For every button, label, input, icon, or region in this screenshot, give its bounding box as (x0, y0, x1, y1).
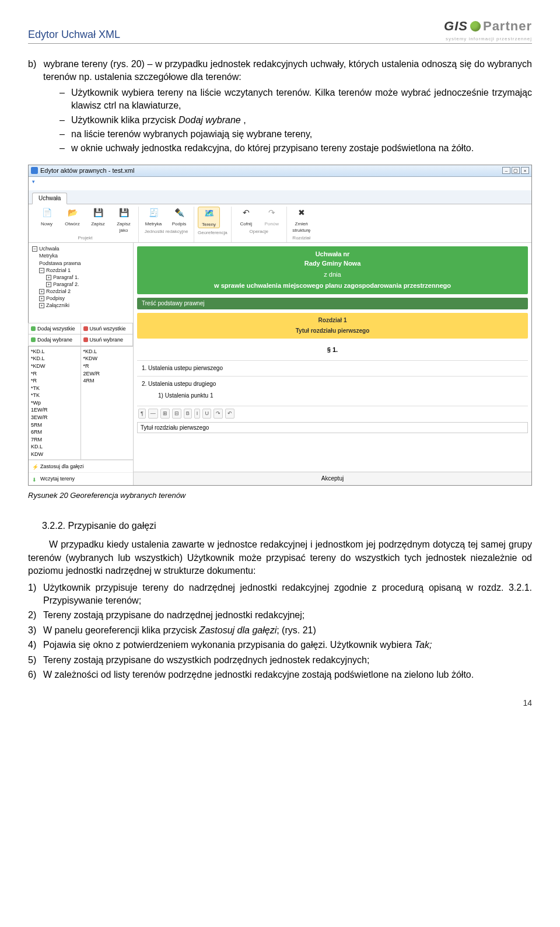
tree-node[interactable]: Metryka (32, 252, 130, 259)
save-icon: 💾 (92, 207, 104, 219)
window-minimize-button[interactable]: – (502, 167, 510, 174)
tree-node[interactable]: +Podpisy (32, 295, 130, 302)
editor-tool-button[interactable]: U (202, 409, 211, 419)
content-row[interactable]: 1. Ustalenia ustepu pierwszego (137, 360, 528, 376)
tree-expand-icon[interactable]: + (39, 289, 44, 294)
ribbon-undo-button[interactable]: ↶Cofnij (235, 207, 257, 227)
teren-bottom-button[interactable]: ⬇Wczytaj tereny (29, 472, 133, 485)
teren-bottom-button[interactable]: ⚡Zastosuj dla gałęzi (29, 460, 133, 473)
step-item: 5)Tereny zostają przypisane do wszystkic… (43, 654, 532, 667)
tree-node[interactable]: +Paragraf 2. (32, 281, 130, 288)
teren-item[interactable]: *TK (31, 385, 78, 392)
tree-node[interactable]: +Załączniki (32, 302, 130, 309)
editor-tool-button[interactable]: ↶ (225, 409, 235, 419)
ribbon-tereny-button[interactable]: 🗺️Tereny (198, 207, 220, 228)
teren-action-button[interactable]: Usuń wybrane (80, 334, 134, 346)
step-text: W zależności od listy terenów podrzędne … (43, 670, 474, 679)
teren-list-selected[interactable]: *KD.L*KDW*R2EW/R4RM (81, 347, 134, 459)
ribbon-redo-button[interactable]: ↷Ponów (261, 207, 283, 227)
window-close-button[interactable]: × (521, 167, 529, 174)
teren-item[interactable]: *TK (31, 392, 78, 399)
editor-tool-button[interactable]: ¶ (138, 409, 146, 419)
dash-item: Użytkownik wybiera tereny na liście wczy… (71, 86, 532, 113)
teren-item[interactable]: *R (31, 370, 78, 378)
teren-item[interactable]: 5RM (31, 421, 78, 429)
button-label: Wczytaj tereny (40, 475, 75, 483)
dash-item: na liście terenów wybranych pojawiają si… (71, 128, 532, 141)
resolution-header-l1: Uchwała nr (142, 250, 523, 259)
ribbon-metryka-button[interactable]: 🧾Metryka (142, 207, 164, 227)
teren-action-button[interactable]: Dodaj wybrane (28, 334, 81, 346)
step-item: 1)Użytkownik przypisuje tereny do nadrzę… (43, 581, 532, 608)
teren-item[interactable]: KDW (31, 451, 78, 458)
chapter-title-input[interactable] (137, 422, 528, 433)
editor-tool-button[interactable]: I (194, 409, 201, 419)
document-tree[interactable]: −UchwałaMetrykaPodstawa prawna−Rozdział … (29, 243, 133, 311)
ribbon-open-button[interactable]: 📂Otwórz (61, 207, 83, 234)
editor-tool-button[interactable]: B (184, 409, 192, 419)
window-titlebar: Edytor aktów prawnych - test.xml – ▢ × (29, 165, 531, 177)
dash-item: Użytkownik klika przycisk Dodaj wybrane … (71, 114, 532, 127)
teren-item[interactable]: *KD.L (83, 348, 131, 356)
teren-item[interactable]: *KD.L (31, 355, 78, 363)
editor-tool-button[interactable]: — (148, 409, 158, 419)
teren-item[interactable]: *KD.L (31, 348, 78, 356)
step-item: 4)Pojawia się okno z potwierdzeniem wyko… (43, 639, 532, 651)
tree-expand-icon[interactable]: − (32, 246, 37, 252)
teren-action-label: Usuń wszystkie (90, 325, 126, 333)
changestruct-icon: ✖ (295, 207, 308, 219)
chapter-number: Rozdział 1 (141, 316, 524, 325)
action-icon: ⬇ (32, 476, 38, 482)
teren-item[interactable]: *R (83, 363, 131, 370)
ribbon-save-button[interactable]: 💾Zapisz (87, 207, 109, 234)
tree-node[interactable]: Podstawa prawna (32, 260, 130, 267)
teren-item[interactable]: 3EW/R (31, 414, 78, 421)
editor-tool-button[interactable]: ⊟ (172, 409, 181, 419)
editor-tool-button[interactable]: ↷ (214, 409, 223, 419)
teren-item[interactable]: 7RM (31, 436, 78, 444)
editor-tool-button[interactable]: ⊞ (160, 409, 170, 419)
tree-expand-icon[interactable]: − (39, 268, 44, 273)
tree-expand-icon[interactable]: + (39, 296, 44, 301)
ribbon-new-button[interactable]: 📄Nowy (36, 207, 58, 234)
app-screenshot: Edytor aktów prawnych - test.xml – ▢ × ▾… (28, 165, 532, 486)
tab-uchwala[interactable]: Uchwała (32, 193, 67, 204)
ribbon-button-label: Podpis (172, 221, 186, 227)
tree-expand-icon[interactable]: + (39, 303, 44, 308)
teren-item[interactable]: *KDW (31, 363, 78, 370)
teren-item[interactable]: 6RM (31, 428, 78, 436)
teren-item[interactable]: *Wp (31, 399, 78, 407)
content-row[interactable]: 2. Ustalenia ustepu drugiego1) Ustalenia… (137, 376, 528, 403)
teren-item[interactable]: *R (31, 377, 78, 385)
tree-node[interactable]: −Uchwała (32, 245, 130, 252)
list-item-b: b) wybrane tereny (rys. 20) – w przypadk… (43, 58, 532, 84)
ribbon-button-label: Metryka (145, 221, 162, 227)
logo-dot-icon (470, 21, 481, 32)
teren-item[interactable]: 4RM (83, 377, 131, 385)
ribbon-changestruct-button[interactable]: ✖Zmień strukturę (290, 207, 313, 234)
teren-item[interactable]: 2EW/R (83, 370, 131, 378)
teren-action-button[interactable]: Dodaj wszystkie (28, 323, 81, 335)
new-icon: 📄 (40, 207, 53, 219)
teren-item[interactable]: 1EW/R (31, 406, 78, 414)
content-subrow[interactable]: 1) Ustalenia punktu 1 (142, 392, 523, 400)
accept-button[interactable]: Akceptuj (134, 472, 531, 485)
doc-title: Edytor Uchwał XML (28, 27, 120, 42)
paragraph-intro: W przypadku kiedy ustalenia zawarte w je… (28, 538, 532, 577)
teren-list-available[interactable]: *KD.L*KD.L*KDW*R*R*TK*TK*Wp1EW/R3EW/R5RM… (29, 347, 81, 459)
tree-expand-icon[interactable]: + (46, 275, 51, 280)
tree-node[interactable]: +Rozdział 2 (32, 288, 130, 295)
tree-expand-icon[interactable]: + (46, 282, 51, 287)
ribbon-podpis-button[interactable]: ✒️Podpis (168, 207, 190, 227)
page-header: Edytor Uchwał XML GIS Partner systemy in… (28, 18, 532, 44)
teren-item[interactable]: *KDW (83, 355, 131, 363)
tree-node[interactable]: −Rozdział 1 (32, 267, 130, 274)
teren-action-label: Dodaj wszystkie (37, 325, 75, 333)
window-maximize-button[interactable]: ▢ (512, 167, 520, 174)
teren-action-button[interactable]: Usuń wszystkie (80, 323, 134, 335)
page-number: 14 (28, 698, 532, 709)
logo-partner: Partner (483, 18, 532, 36)
ribbon-saveas-button[interactable]: 💾Zapisz jako (113, 207, 135, 234)
tree-node[interactable]: +Paragraf 1. (32, 274, 130, 281)
teren-item[interactable]: KD.L (31, 443, 78, 451)
